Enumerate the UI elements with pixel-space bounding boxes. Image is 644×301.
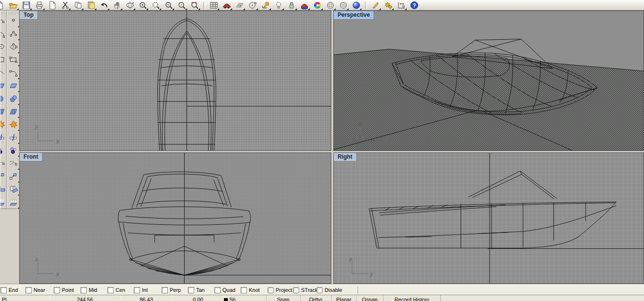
shaded-view-button[interactable] [299, 0, 310, 10]
tool-button[interactable] [0, 40, 6, 53]
tool-button[interactable] [0, 118, 6, 131]
zoom-window-button[interactable] [164, 0, 174, 10]
tool-button[interactable] [0, 27, 6, 40]
pen-button[interactable] [370, 0, 381, 10]
status-planar-toggle[interactable]: Planar [331, 295, 356, 301]
viewport-tab-right[interactable]: Right [334, 153, 357, 162]
wireframe-sphere-button[interactable] [325, 0, 336, 10]
open-folder-button[interactable] [8, 0, 19, 10]
curve-tool-button[interactable] [7, 27, 20, 40]
cut-button[interactable] [60, 0, 70, 10]
scale-tool-button[interactable] [7, 170, 20, 183]
status-cplane-cell[interactable]: Pl [0, 295, 49, 301]
surface-tool-button[interactable] [7, 79, 20, 92]
ellipse-tool-button[interactable] [7, 40, 20, 53]
osnap-perp[interactable]: Perp [162, 287, 188, 293]
extrude-tool-button[interactable] [7, 196, 20, 208]
group-tool-button[interactable] [7, 144, 20, 157]
perp-checkbox[interactable] [162, 287, 168, 293]
viewport-tab-front[interactable]: Front [20, 153, 43, 162]
curve-edit-tool-button[interactable] [7, 157, 20, 170]
object-snap-button[interactable] [260, 0, 271, 10]
new-page-button[interactable] [47, 0, 58, 10]
osnap-tan[interactable]: Tan [188, 287, 214, 293]
osnap-cen[interactable]: Cen [107, 287, 134, 293]
point-checkbox[interactable] [54, 287, 60, 293]
status-snap-toggle[interactable]: Snap [266, 295, 300, 301]
dimension-button[interactable] [396, 0, 407, 10]
tool-button[interactable] [0, 157, 6, 170]
tool-button[interactable] [0, 170, 6, 183]
help-button[interactable]: ? [409, 0, 420, 10]
end-checkbox[interactable] [0, 287, 7, 293]
viewport-perspective[interactable]: Perspective z x y [333, 11, 644, 151]
osnap-strack[interactable]: STrack [293, 287, 316, 293]
tool-button[interactable] [0, 14, 6, 27]
cen-checkbox[interactable] [107, 287, 114, 293]
int-checkbox[interactable] [134, 287, 140, 293]
mesh-tool-button[interactable] [7, 105, 20, 118]
osnap-end[interactable]: End [0, 287, 25, 293]
viewport-tab-perspective[interactable]: Perspective [334, 11, 374, 20]
status-ortho-toggle[interactable]: Ortho [300, 295, 331, 301]
osnap-int[interactable]: Int [134, 287, 162, 293]
osnap-disable[interactable]: Disable [316, 287, 351, 293]
circle-center-button[interactable] [247, 0, 258, 10]
pan-button[interactable] [112, 0, 122, 10]
point-tool-button[interactable] [7, 14, 20, 27]
cplane-button[interactable] [234, 0, 245, 10]
tool-button[interactable] [0, 92, 6, 105]
disable-checkbox[interactable] [316, 287, 323, 293]
quad-checkbox[interactable] [214, 287, 221, 293]
explode-tool-button[interactable] [7, 118, 20, 131]
zoom-dynamic-button[interactable] [151, 0, 161, 10]
osnap-point[interactable]: Point [54, 287, 81, 293]
status-osnap-toggle[interactable]: Osnap [356, 295, 383, 301]
arc-tool-button[interactable] [7, 66, 20, 79]
tool-button[interactable] [0, 53, 6, 66]
mid-checkbox[interactable] [81, 287, 87, 293]
grid-table-button[interactable] [209, 0, 219, 10]
strack-checkbox[interactable] [293, 287, 299, 293]
options-button[interactable] [383, 0, 394, 10]
save-button[interactable] [21, 0, 32, 10]
osnap-near[interactable]: Near [25, 287, 54, 293]
osnap-knot[interactable]: Knot [241, 287, 268, 293]
osnap-quad[interactable]: Quad [214, 287, 241, 293]
osnap-project[interactable]: Project [268, 287, 293, 293]
zoom-extents-button[interactable] [176, 0, 187, 10]
color-wheel-button[interactable] [312, 0, 323, 10]
lights-button[interactable] [273, 0, 284, 10]
osnap-mid[interactable]: Mid [81, 287, 107, 293]
render-preview-button[interactable] [338, 0, 349, 10]
lock-button[interactable] [286, 0, 297, 10]
print-button[interactable] [34, 0, 45, 10]
tool-button[interactable] [0, 105, 6, 118]
tan-checkbox[interactable] [188, 287, 194, 293]
zoom-in-button[interactable] [138, 0, 148, 10]
tool-button[interactable] [0, 131, 6, 144]
car-button[interactable] [222, 0, 232, 10]
render-button[interactable] [351, 0, 362, 10]
tool-button[interactable] [0, 144, 6, 157]
project-checkbox[interactable] [268, 287, 274, 293]
zoom-selected-button[interactable] [189, 0, 200, 10]
status-record-history-toggle[interactable]: Record History [383, 295, 441, 301]
tool-button[interactable] [0, 79, 6, 92]
split-tool-button[interactable] [7, 131, 20, 144]
rectangle-tool-button[interactable] [7, 53, 20, 66]
tool-button[interactable] [0, 66, 6, 79]
viewport-top[interactable]: Top y x [19, 11, 331, 151]
knot-checkbox[interactable] [241, 287, 247, 293]
viewport-front[interactable]: Front z x [19, 152, 331, 284]
rotate-view-button[interactable] [125, 0, 135, 10]
undo-button[interactable] [99, 0, 109, 10]
viewport-tab-top[interactable]: Top [20, 11, 38, 20]
solid-tool-button[interactable] [7, 92, 20, 105]
tool-button[interactable] [0, 196, 6, 208]
paste-button[interactable] [86, 0, 96, 10]
new-file-button[interactable] [0, 0, 6, 10]
copy-button[interactable] [73, 0, 83, 10]
viewport-right[interactable]: Right z y [333, 152, 644, 284]
transform-tool-button[interactable] [7, 183, 20, 196]
